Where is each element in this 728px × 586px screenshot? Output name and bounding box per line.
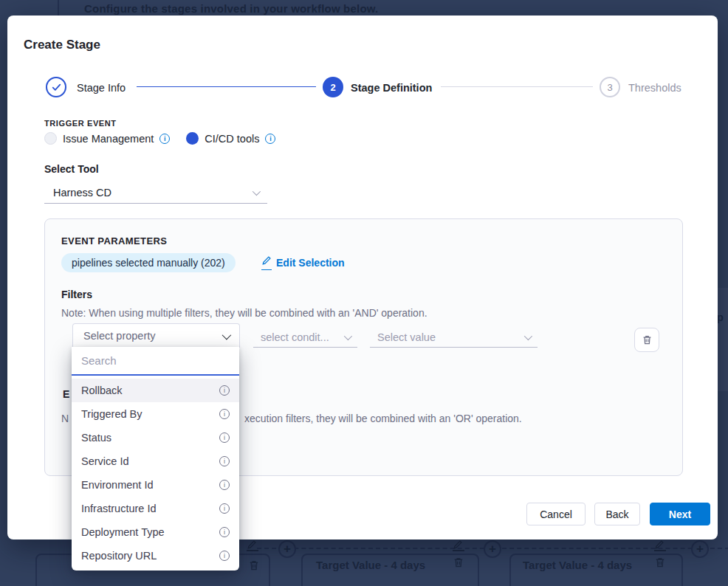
dropdown-item-label: Service Id [81,455,128,467]
dropdown-item-deployment-type[interactable]: Deployment Type i [72,520,239,544]
step-upcoming-badge[interactable]: 3 [600,77,620,97]
background-divider [58,0,59,15]
plus-icon: + [278,540,296,558]
dropdown-item-infrastructure-id[interactable]: Infrastructure Id i [72,497,239,520]
background-card-label: Target Value - 4 days [316,559,425,571]
step-complete-icon[interactable] [46,77,66,97]
background-subtitle: Configure the stages involved in your wo… [84,2,378,15]
dropdown-item-label: Status [81,432,111,444]
trash-icon [642,334,653,345]
stepper-connector [441,86,593,87]
trash-icon [248,559,260,571]
radio-label[interactable]: CI/CD tools [205,133,259,145]
pencil-icon [654,540,666,551]
dropdown-list: Rollback i Triggered By i Status i Servi… [72,376,239,568]
tool-select[interactable]: Harness CD [44,182,267,204]
condition-select[interactable]: select condit... [253,327,357,348]
property-select-placeholder: Select property [83,330,156,342]
chevron-down-icon [222,330,232,339]
info-icon[interactable]: i [219,385,230,396]
plus-icon: + [484,540,501,558]
trash-icon [654,556,666,568]
event-parameters-heading: EVENT PARAMETERS [61,235,167,247]
trash-icon [453,556,464,568]
back-button[interactable]: Back [594,503,640,525]
chevron-down-icon [524,331,532,339]
cancel-button[interactable]: Cancel [526,503,586,525]
search-input[interactable] [72,354,239,367]
dropdown-item-status[interactable]: Status i [72,426,239,449]
step-active-badge[interactable]: 2 [323,77,343,97]
info-icon[interactable]: i [219,432,230,443]
hidden-note-fragment: xecution filters, they will be combined … [244,413,522,424]
edit-selection-link[interactable]: Edit Selection [261,255,345,270]
info-icon[interactable]: i [219,551,230,561]
dropdown-item-label: Environment Id [81,479,154,491]
background-card-label: Target Value - 4 days [523,559,632,571]
next-button[interactable]: Next [650,503,710,525]
dropdown-search [72,347,239,376]
check-icon [52,83,61,92]
dropdown-item-label: Deployment Type [81,526,165,538]
value-select[interactable]: Select value [370,327,538,348]
chevron-down-icon [344,331,352,339]
step-label-stage-definition[interactable]: Stage Definition [351,82,432,94]
edit-selection-label: Edit Selection [276,257,345,269]
filters-note: Note: When using multiple filters, they … [61,307,427,319]
property-select[interactable]: Select property [72,323,240,348]
hidden-heading-fragment: E [63,388,69,400]
info-icon[interactable]: i [219,503,230,514]
pencil-icon [247,540,258,551]
step-label-stage-info[interactable]: Stage Info [77,82,126,94]
info-icon[interactable]: i [219,456,230,466]
radio-label[interactable]: Issue Management [63,133,154,145]
pencil-icon [453,540,464,551]
radio-issue-management[interactable] [44,132,57,145]
info-icon[interactable]: i [219,480,230,490]
dropdown-item-repository-url[interactable]: Repository URL i [72,544,239,568]
info-icon[interactable]: i [265,134,275,144]
dropdown-item-service-id[interactable]: Service Id i [72,449,239,473]
hidden-note-fragment: N [61,413,69,424]
dropdown-item-rollback[interactable]: Rollback i [72,379,239,402]
plus-icon: + [691,540,709,558]
dropdown-item-environment-id[interactable]: Environment Id i [72,473,239,497]
dropdown-item-label: Infrastructure Id [81,503,157,514]
select-tool-label: Select Tool [44,163,99,175]
property-dropdown: Rollback i Triggered By i Status i Servi… [72,347,239,571]
pencil-icon [261,255,272,270]
trigger-event-label: TRIGGER EVENT [44,119,117,128]
radio-cicd-tools[interactable] [186,132,199,145]
filters-heading: Filters [61,289,92,300]
delete-filter-button[interactable] [634,328,659,352]
info-icon[interactable]: i [219,409,230,419]
dropdown-item-label: Triggered By [81,408,142,420]
dropdown-item-label: Repository URL [81,550,157,562]
tool-select-value: Harness CD [53,187,111,199]
selection-badge: pipelines selected manually (202) [61,253,236,272]
step-label-thresholds[interactable]: Thresholds [628,82,681,94]
info-icon[interactable]: i [159,134,170,144]
modal-title: Create Stage [24,38,100,52]
dropdown-item-triggered-by[interactable]: Triggered By i [72,402,239,426]
chevron-down-icon [253,187,261,195]
info-icon[interactable]: i [219,527,230,537]
value-select-placeholder: Select value [377,331,436,343]
dropdown-item-label: Rollback [81,385,123,396]
stepper-connector [137,86,316,87]
condition-select-placeholder: select condit... [261,331,329,343]
